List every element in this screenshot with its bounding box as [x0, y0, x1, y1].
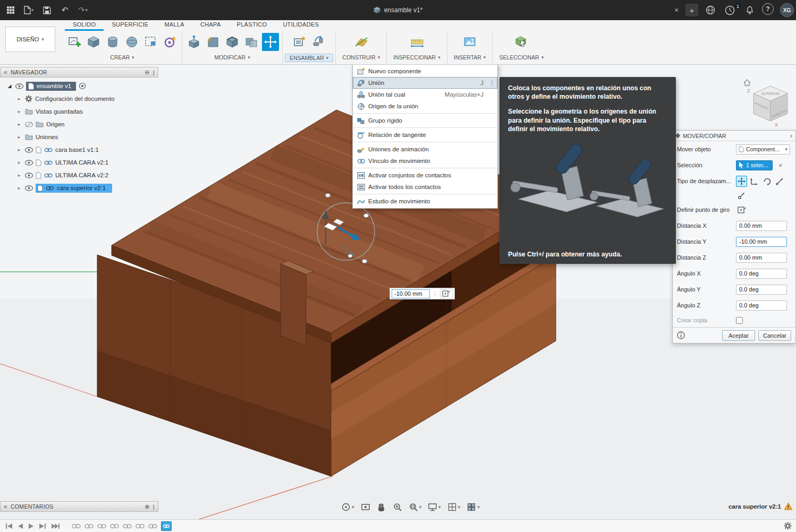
navigator-root-item[interactable]: ensamble v1 — [26, 82, 76, 91]
pin-panel-icon[interactable]: | — [153, 69, 155, 76]
create-sketch-button[interactable] — [66, 33, 83, 51]
navigator-item-document-settings[interactable]: ▸ Configuración del documento — [0, 92, 158, 105]
joint-button[interactable] — [310, 33, 327, 51]
move-type-rotate-button[interactable] — [761, 176, 773, 187]
navigator-item-selected[interactable]: ▸ cara superior v2:1 — [0, 182, 158, 194]
pivot-option-button[interactable] — [440, 289, 453, 298]
angulo-z-input[interactable] — [736, 301, 787, 311]
expand-icon[interactable]: ▸ — [16, 122, 22, 127]
expand-icon[interactable]: ▸ — [16, 147, 22, 152]
navigator-header[interactable]: « NAVEGADOR ⊖ | — [0, 67, 158, 78]
shell-button[interactable] — [224, 33, 241, 51]
close-tab-button[interactable]: × — [671, 6, 682, 14]
menu-item-activar-todos-contactos[interactable]: Activar todos los contactos — [353, 181, 497, 193]
group-label-crear[interactable]: CREAR▾ — [106, 54, 138, 61]
navigator-item-saved-views[interactable]: ▸ Vistas guardadas — [0, 105, 158, 118]
tab-utilidades[interactable]: UTILIDADES — [275, 20, 327, 31]
home-icon[interactable] — [744, 80, 750, 85]
visibility-eye-icon[interactable] — [25, 185, 33, 191]
step-back-button[interactable] — [18, 523, 23, 529]
visibility-off-eye-icon[interactable] — [25, 122, 33, 127]
expand-icon[interactable]: ◢ — [6, 83, 13, 89]
select-button[interactable] — [513, 33, 530, 51]
grid-snap-button[interactable]: ▾ — [445, 501, 463, 513]
group-label-insertar[interactable]: INSERTAR▾ — [450, 54, 490, 61]
crear-copia-checkbox[interactable] — [736, 317, 743, 324]
extensions-button[interactable] — [704, 3, 717, 17]
menu-item-relacion-tangente[interactable]: Relación de tangente — [353, 129, 497, 141]
group-label-inspeccionar[interactable]: INSPECCIONAR▾ — [389, 54, 444, 61]
menu-item-grupo-rigido[interactable]: Grupo rígido — [353, 115, 497, 126]
timeline-settings-button[interactable] — [784, 522, 792, 530]
user-avatar[interactable]: XG — [780, 3, 794, 17]
more-options-icon[interactable]: ⋮ — [489, 79, 495, 87]
menu-item-origen-union[interactable]: Origen de la unión — [353, 100, 497, 112]
menu-item-union[interactable]: Unión J ⋮ — [353, 77, 497, 89]
create-coil-button[interactable] — [162, 33, 179, 51]
group-label-ensamblar[interactable]: ENSAMBLAR▾ — [285, 54, 333, 62]
minimize-panel-icon[interactable]: ⊖ — [145, 69, 150, 76]
orbit-button[interactable]: ▾ — [339, 501, 357, 513]
construction-plane-button[interactable] — [353, 33, 370, 51]
angulo-x-input[interactable] — [736, 269, 787, 279]
distancia-y-input[interactable] — [736, 237, 787, 247]
expand-icon[interactable]: ▸ — [16, 109, 22, 114]
activate-component-radio[interactable] — [79, 82, 86, 90]
joint-feature-icon[interactable] — [123, 523, 132, 529]
navigator-item-component[interactable]: ▸ ULTIMA CARA v2:1 — [0, 156, 158, 169]
group-label-construir[interactable]: CONSTRUIR▾ — [338, 54, 384, 61]
document-tab[interactable]: ensamble v1* — [374, 6, 423, 14]
menu-item-activar-conjuntos-contactos[interactable]: Activar conjuntos de contactos — [353, 169, 497, 181]
distancia-z-input[interactable] — [736, 253, 787, 263]
group-label-seleccionar[interactable]: SELECCIONAR▾ — [495, 54, 548, 61]
accept-button[interactable]: Aceptar — [722, 330, 755, 341]
tab-malla[interactable]: MALLA — [156, 20, 192, 31]
move-type-translate-button[interactable] — [749, 176, 760, 187]
navigator-item-origen[interactable]: ▸ Origen — [0, 118, 158, 131]
add-comment-icon[interactable]: ⊕ — [145, 503, 150, 510]
move-type-point-to-point-button[interactable] — [774, 176, 785, 187]
joint-feature-icon[interactable] — [72, 523, 81, 529]
redo-button[interactable]: ↷▾ — [75, 3, 90, 18]
expand-icon[interactable]: ▸ — [16, 134, 22, 140]
pan-button[interactable] — [375, 501, 388, 513]
angulo-y-input[interactable] — [736, 285, 787, 295]
move-type-free-button[interactable] — [736, 176, 747, 187]
joint-feature-icon[interactable] — [110, 523, 119, 529]
more-options-icon[interactable]: ⋮ — [432, 290, 438, 297]
tab-chapa[interactable]: CHAPA — [192, 20, 229, 31]
go-to-start-button[interactable] — [5, 523, 13, 529]
help-button[interactable]: ? — [762, 3, 774, 15]
create-cylinder-button[interactable] — [104, 33, 121, 51]
joint-feature-icon[interactable] — [136, 523, 145, 529]
visibility-eye-icon[interactable] — [25, 160, 33, 166]
display-settings-button[interactable]: ▾ — [426, 501, 443, 513]
notifications-button[interactable] — [743, 3, 757, 17]
undo-button[interactable]: ↶ — [57, 3, 72, 18]
play-button[interactable] — [28, 523, 34, 529]
measure-button[interactable] — [409, 33, 426, 51]
viewports-button[interactable]: ▾ — [464, 501, 482, 513]
save-button[interactable] — [39, 3, 54, 18]
set-pivot-button[interactable] — [736, 204, 747, 216]
navigator-item-uniones[interactable]: ▸ Uniones — [0, 131, 158, 143]
create-sphere-button[interactable] — [123, 33, 140, 51]
viewcube[interactable]: Z SUPERIOR FRONTAL DERECHA X — [742, 76, 795, 130]
step-forward-button[interactable] — [39, 523, 46, 529]
dimension-value-input[interactable] — [392, 289, 430, 298]
visibility-eye-icon[interactable] — [25, 173, 33, 178]
create-box-button[interactable] — [85, 33, 102, 51]
clear-selection-button[interactable]: × — [778, 161, 783, 169]
move-copy-button-active[interactable] — [262, 33, 279, 51]
menu-item-estudio-movimiento[interactable]: Estudio de movimiento — [353, 195, 497, 207]
selected-item-highlight[interactable]: cara superior v2:1 — [36, 184, 112, 193]
joint-feature-icon[interactable] — [97, 523, 106, 529]
create-pattern-button[interactable] — [142, 33, 159, 51]
comments-header[interactable]: « COMENTARIOS ⊕ | — [0, 501, 158, 512]
collapse-panel-icon[interactable]: « — [4, 68, 7, 76]
look-at-button[interactable] — [359, 501, 372, 513]
combine-button[interactable] — [243, 33, 260, 51]
visibility-eye-icon[interactable] — [15, 83, 23, 89]
visibility-eye-icon[interactable] — [25, 147, 33, 153]
expand-icon[interactable]: ▸ — [16, 96, 22, 101]
